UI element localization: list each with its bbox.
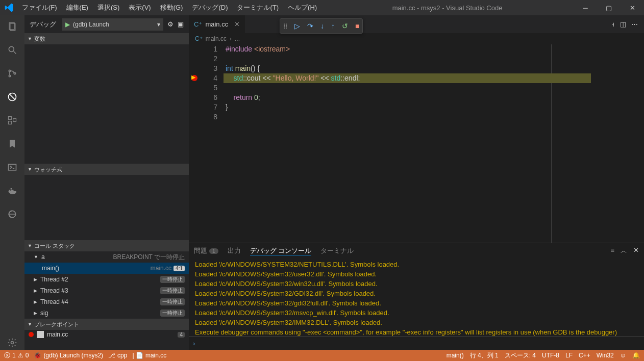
menu-help[interactable]: ヘルプ(H) <box>284 1 321 14</box>
svg-line-8 <box>9 94 15 100</box>
launch-config-label: (gdb) Launch <box>73 21 109 28</box>
breakpoint-line: 4 <box>178 332 185 338</box>
clear-console-icon[interactable]: ≡ <box>610 246 614 255</box>
bell-icon[interactable]: 🔔 <box>632 352 640 359</box>
menu-selection[interactable]: 選択(S) <box>93 1 123 14</box>
status-mode[interactable]: C++ <box>579 352 590 359</box>
breakpoint-checkbox[interactable]: ✓ <box>37 331 44 338</box>
status-os[interactable]: Win32 <box>597 352 614 359</box>
bottom-panel: 問題1 出力 デバッグ コンソール ターミナル ≡ ︿ ✕ Loaded '/c… <box>189 243 644 350</box>
status-bar: ⓧ 1 ⚠ 0 🐞 (gdb) Launch (msys2) ⎇ cpp | 📄… <box>0 350 644 361</box>
close-panel-icon[interactable]: ✕ <box>633 246 639 255</box>
scm-icon[interactable] <box>5 66 19 81</box>
close-button[interactable]: ✕ <box>621 0 644 15</box>
code-content[interactable]: #include <iostream> int main() { std::co… <box>226 44 591 243</box>
cs-thread[interactable]: ▶Thread #3一時停止 <box>24 285 189 296</box>
explorer-icon[interactable] <box>5 19 19 34</box>
svg-rect-13 <box>9 190 10 191</box>
launch-config-select[interactable]: ▶ (gdb) Launch ▾ <box>62 18 163 31</box>
vscode-logo-icon <box>0 3 18 13</box>
window-title: main.cc - msys2 - Visual Studio Code <box>321 4 574 12</box>
menu-debug[interactable]: デバッグ(D) <box>188 1 232 14</box>
tab-terminal[interactable]: ターミナル <box>320 246 354 255</box>
step-over-button[interactable]: ↷ <box>307 22 313 30</box>
section-breakpoints[interactable]: ▼ブレークポイント <box>24 319 189 330</box>
tab-problems[interactable]: 問題1 <box>194 246 218 255</box>
step-into-button[interactable]: ↓ <box>320 22 324 30</box>
tab-output[interactable]: 出力 <box>228 246 241 255</box>
menu-terminal[interactable]: ターミナル(T) <box>233 1 283 14</box>
status-launch[interactable]: 🐞 (gdb) Launch (msys2) <box>34 352 103 359</box>
docker-icon[interactable] <box>5 184 19 198</box>
status-position[interactable]: 行 4、列 1 <box>470 351 499 360</box>
menu-file[interactable]: ファイル(F) <box>18 1 61 14</box>
liveshare-icon[interactable] <box>5 207 19 221</box>
bookmark-icon[interactable] <box>5 137 19 151</box>
more-icon[interactable]: ⋯ <box>631 20 638 28</box>
debug-console-output[interactable]: Loaded '/c/WINDOWS/SYSTEM32/NETUTILS.DLL… <box>189 259 644 337</box>
restart-button[interactable]: ↺ <box>342 22 348 30</box>
svg-rect-14 <box>11 190 12 191</box>
search-icon[interactable] <box>5 43 19 57</box>
status-function[interactable]: main() <box>447 352 464 359</box>
debug-console-input[interactable]: › <box>189 337 644 350</box>
editor-area: C⁺ main.cc ✕ ⫞ ◫ ⋯ C⁺ main.cc › ... ▶ 12… <box>189 15 644 350</box>
cs-thread[interactable]: ▶Thread #2一時停止 <box>24 274 189 285</box>
cs-process[interactable]: ▼aBREAKPOINT で一時停止 <box>24 251 189 263</box>
debug-console-icon[interactable]: ▣ <box>178 20 184 28</box>
status-lang[interactable]: ⎇ cpp <box>108 352 127 359</box>
status-spaces[interactable]: スペース: 4 <box>505 351 536 360</box>
maximize-button[interactable]: ▢ <box>597 0 621 15</box>
continue-button[interactable]: ▷ <box>294 22 300 30</box>
svg-point-2 <box>9 46 14 51</box>
cs-thread[interactable]: ▶sig一時停止 <box>24 307 189 319</box>
menu-edit[interactable]: 編集(E) <box>62 1 92 14</box>
settings-gear-icon[interactable] <box>5 336 19 350</box>
gear-icon[interactable]: ⚙ <box>167 20 174 28</box>
extensions-icon[interactable] <box>5 113 19 127</box>
status-errors[interactable]: ⓧ 1 ⚠ 0 <box>4 351 29 360</box>
menu-bar: ファイル(F) 編集(E) 選択(S) 表示(V) 移動(G) デバッグ(D) … <box>18 1 321 14</box>
status-eol[interactable]: LF <box>565 352 573 359</box>
breakpoint-file: main.cc <box>47 331 68 338</box>
svg-rect-10 <box>9 121 12 124</box>
play-icon: ▶ <box>65 21 70 28</box>
split-editor-icon[interactable]: ◫ <box>620 20 626 28</box>
svg-rect-9 <box>9 117 12 120</box>
section-watch[interactable]: ▼ウォッチ式 <box>24 164 189 175</box>
line-numbers: 12345678 <box>200 44 226 243</box>
svg-rect-11 <box>13 119 16 122</box>
breakpoint-dot-icon <box>29 332 34 337</box>
editor-tabs: C⁺ main.cc ✕ ⫞ ◫ ⋯ <box>189 15 644 33</box>
svg-rect-16 <box>11 188 12 190</box>
debug-icon[interactable] <box>5 90 19 104</box>
status-encoding[interactable]: UTF-8 <box>542 352 559 359</box>
title-bar: ファイル(F) 編集(E) 選択(S) 表示(V) 移動(G) デバッグ(D) … <box>0 0 644 15</box>
tab-main-cc[interactable]: C⁺ main.cc ✕ <box>189 15 245 33</box>
close-tab-icon[interactable]: ✕ <box>234 20 240 28</box>
minimize-button[interactable]: ─ <box>574 0 597 15</box>
code-editor[interactable]: ▶ 12345678 #include <iostream> int main(… <box>189 44 644 243</box>
status-file[interactable]: main.cc <box>145 352 166 359</box>
activity-bar <box>0 15 24 350</box>
cs-frame[interactable]: main()main.cc4:1 <box>24 263 189 274</box>
collapse-panel-icon[interactable]: ︿ <box>621 246 627 255</box>
powershell-icon[interactable] <box>5 160 19 174</box>
debug-toolbar: ⁞⁞ ▷ ↷ ↓ ↑ ↺ ■ <box>280 18 363 34</box>
menu-go[interactable]: 移動(G) <box>156 1 187 14</box>
breadcrumb[interactable]: C⁺ main.cc › ... <box>189 33 644 44</box>
compare-icon[interactable]: ⫞ <box>611 20 615 28</box>
execution-pointer-icon: ▶ <box>191 74 195 81</box>
breakpoint-item[interactable]: ✓ main.cc 4 <box>24 330 189 339</box>
svg-line-3 <box>14 51 16 54</box>
stop-button[interactable]: ■ <box>355 22 359 30</box>
menu-view[interactable]: 表示(V) <box>125 1 155 14</box>
tab-debug-console[interactable]: デバッグ コンソール <box>250 246 312 256</box>
svg-point-18 <box>11 342 14 344</box>
section-variables[interactable]: ▼変数 <box>24 33 189 44</box>
cs-thread[interactable]: ▶Thread #4一時停止 <box>24 296 189 307</box>
section-callstack[interactable]: ▼コール スタック <box>24 240 189 251</box>
drag-handle-icon[interactable]: ⁞⁞ <box>283 22 287 30</box>
step-out-button[interactable]: ↑ <box>331 22 335 30</box>
feedback-icon[interactable]: ☺ <box>620 352 626 359</box>
